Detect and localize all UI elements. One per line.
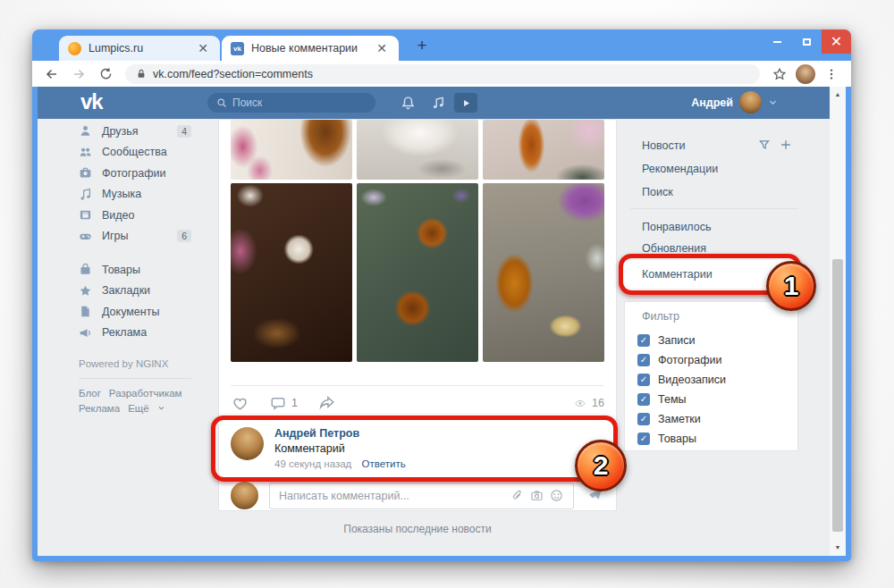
sidebar-footer-links: БлогРазработчикам РекламаЕщё: [79, 386, 191, 416]
post-divider: [231, 385, 604, 386]
vk-top-nav: vk Андрей: [38, 87, 830, 119]
checkbox-checked-icon[interactable]: ✓: [637, 334, 650, 347]
browser-tab-lumpics[interactable]: Lumpics.ru ✕: [59, 36, 220, 61]
sidebar-item-ads[interactable]: Реклама: [79, 323, 191, 344]
filter-option-videos[interactable]: ✓Видеозаписи: [637, 370, 726, 390]
url-text: vk.com/feed?section=comments: [153, 68, 313, 80]
address-bar[interactable]: vk.com/feed?section=comments: [125, 64, 760, 84]
notifications-button[interactable]: [399, 94, 417, 112]
filter-option-posts[interactable]: ✓Записи: [637, 331, 696, 350]
eye-icon: [573, 398, 587, 409]
scroll-up-icon[interactable]: ▲: [830, 88, 846, 101]
filter-title: Фильтр: [642, 310, 679, 323]
profile-menu[interactable]: Андрей: [691, 91, 778, 113]
bell-icon: [401, 96, 416, 111]
scrollbar-thumb[interactable]: [832, 259, 843, 532]
filter-option-notes[interactable]: ✓Заметки: [637, 409, 701, 429]
checkbox-checked-icon[interactable]: ✓: [637, 413, 650, 425]
sidebar-item-video[interactable]: Видео: [79, 205, 191, 226]
sidebar-item-communities[interactable]: Сообщества: [79, 142, 191, 164]
photo-white-cup-saucer[interactable]: [357, 120, 478, 180]
comment-button[interactable]: 1: [269, 395, 298, 411]
photo-turkish-tea-glass[interactable]: [483, 120, 604, 180]
photo-honey-jar-lilac[interactable]: [483, 183, 604, 362]
profile-name: Андрей: [691, 97, 733, 109]
communities-icon: [79, 146, 92, 159]
footer-link-more[interactable]: Ещё: [128, 403, 149, 414]
photo-attach-button[interactable]: [527, 487, 546, 505]
menu-label: Новости: [642, 139, 685, 152]
close-icon: ✕: [831, 33, 842, 50]
filter-option-topics[interactable]: ✓Темы: [637, 390, 686, 409]
sidebar-item-games[interactable]: Игры 6: [79, 226, 191, 248]
right-menu-recommendations[interactable]: Рекомендации: [630, 158, 798, 180]
checkbox-checked-icon[interactable]: ✓: [637, 374, 650, 386]
minimize-button[interactable]: [763, 29, 792, 54]
powered-by-text: Powered by NGINX: [79, 358, 191, 369]
video-button[interactable]: [454, 93, 477, 113]
photo-tea-tray-cookies[interactable]: [231, 183, 352, 362]
sidebar-item-music[interactable]: Музыка: [79, 184, 191, 206]
global-search[interactable]: [207, 93, 375, 113]
emoji-button[interactable]: [546, 487, 566, 505]
music-button[interactable]: [429, 94, 447, 112]
checkbox-checked-icon[interactable]: ✓: [637, 354, 650, 366]
sidebar-item-friends[interactable]: Друзья 4: [79, 121, 191, 142]
ads-icon: [79, 326, 92, 340]
maximize-button[interactable]: [792, 29, 822, 54]
footer-link-blog[interactable]: Блог: [79, 388, 101, 399]
tab-close-icon[interactable]: ✕: [195, 41, 211, 55]
sidebar-item-label: Друзья: [102, 125, 139, 138]
friends-count-badge: 4: [177, 125, 191, 138]
search-input[interactable]: [232, 97, 349, 109]
sidebar-item-market[interactable]: Товары: [79, 259, 191, 281]
tab-close-icon[interactable]: ✕: [374, 41, 390, 55]
checkbox-checked-icon[interactable]: ✓: [637, 393, 650, 406]
comment-input-box[interactable]: [269, 483, 574, 509]
right-menu-search[interactable]: Поиск: [630, 181, 798, 203]
annotation-highlight-comment: [211, 416, 618, 482]
minimize-icon: [773, 41, 781, 43]
feed-end-message: Показаны последние новости: [218, 523, 617, 535]
comment-input[interactable]: [279, 490, 507, 502]
browser-tab-vk-comments[interactable]: Новые комментарии ✕: [222, 36, 399, 61]
add-source-icon[interactable]: [780, 139, 792, 151]
close-button[interactable]: ✕: [822, 29, 851, 54]
page-scrollbar[interactable]: ▲ ▼: [830, 87, 846, 556]
checkbox-checked-icon[interactable]: ✓: [637, 433, 650, 445]
filter-label: Видеозаписи: [658, 374, 726, 386]
forward-icon: [72, 67, 86, 81]
back-button[interactable]: [41, 63, 63, 85]
bookmark-star-button[interactable]: [769, 63, 790, 85]
sidebar-item-documents[interactable]: Документы: [79, 301, 191, 323]
photo-two-tea-cups-herbs[interactable]: [357, 183, 478, 362]
share-button[interactable]: [317, 395, 336, 412]
filter-label: Заметки: [658, 413, 701, 425]
footer-link-developers[interactable]: Разработчикам: [109, 388, 182, 399]
left-sidebar: Друзья 4 Сообщества Фотографии Музыка: [79, 121, 191, 416]
forward-button[interactable]: [68, 63, 89, 85]
scroll-down-icon[interactable]: ▼: [830, 542, 846, 554]
browser-profile-avatar[interactable]: [796, 64, 815, 84]
filter-option-goods[interactable]: ✓Товары: [637, 429, 696, 449]
filter-option-photos[interactable]: ✓Фотографии: [637, 350, 721, 370]
menu-label: Рекомендации: [642, 163, 718, 175]
footer-link-ads[interactable]: Реклама: [79, 403, 120, 414]
sidebar-item-bookmarks[interactable]: Закладки: [79, 281, 191, 302]
share-arrow-icon: [317, 395, 336, 412]
vk-logo[interactable]: vk: [80, 89, 103, 114]
post-photo-grid: [231, 120, 606, 365]
browser-menu-button[interactable]: [821, 63, 842, 85]
like-button[interactable]: [231, 395, 249, 412]
vk-favicon-icon: [231, 42, 244, 55]
right-menu-liked[interactable]: Понравилось: [630, 216, 798, 238]
filter-funnel-icon[interactable]: [758, 139, 771, 151]
photo-tea-glass-flowers[interactable]: [231, 120, 352, 180]
reload-button[interactable]: [95, 63, 116, 85]
window-controls: ✕: [763, 29, 851, 54]
attach-button[interactable]: [507, 487, 527, 505]
new-tab-button[interactable]: +: [411, 35, 433, 56]
star-icon: [772, 67, 787, 81]
sidebar-item-photos[interactable]: Фотографии: [79, 163, 191, 184]
heart-icon: [231, 395, 249, 412]
